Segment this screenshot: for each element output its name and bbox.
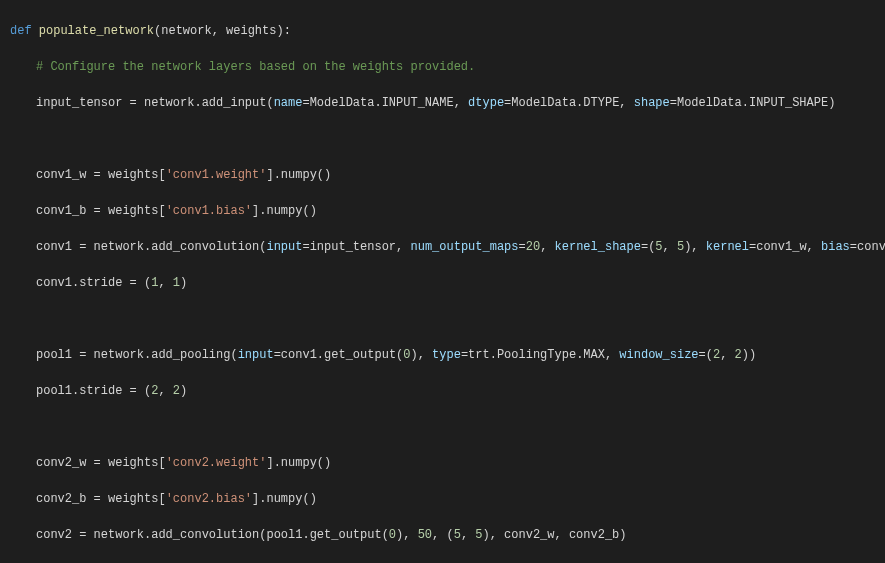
code-line: conv2_b = weights['conv2.bias'].numpy() (36, 490, 885, 508)
code-editor[interactable]: def populate_network(network, weights): … (0, 4, 885, 563)
code-line: conv1.stride = (1, 1) (36, 274, 885, 292)
code-line: conv2_w = weights['conv2.weight'].numpy(… (36, 454, 885, 472)
code-line: # Configure the network layers based on … (36, 58, 885, 76)
def-keyword: def (10, 24, 32, 38)
code-line: input_tensor = network.add_input(name=Mo… (36, 94, 885, 112)
blank-line (10, 310, 885, 328)
code-line: conv1_w = weights['conv1.weight'].numpy(… (36, 166, 885, 184)
function-name: populate_network (39, 24, 154, 38)
blank-line (10, 130, 885, 148)
code-line: conv1_b = weights['conv1.bias'].numpy() (36, 202, 885, 220)
code-line: pool1 = network.add_pooling(input=conv1.… (36, 346, 885, 364)
code-line: pool1.stride = (2, 2) (36, 382, 885, 400)
comment: # Configure the network layers based on … (36, 60, 475, 74)
params: (network, weights): (154, 24, 291, 38)
code-line: conv1 = network.add_convolution(input=in… (36, 238, 885, 256)
code-line: conv2 = network.add_convolution(pool1.ge… (36, 526, 885, 544)
blank-line (10, 418, 885, 436)
code-line: def populate_network(network, weights): (10, 22, 885, 40)
